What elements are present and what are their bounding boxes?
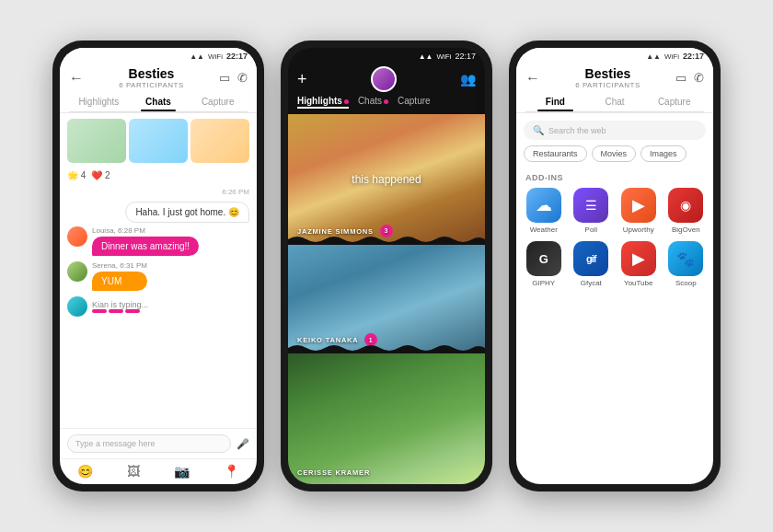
phone2-time: 22:17 [455,52,476,61]
youtube-icon: ▶ [621,241,656,276]
phone3-subtitle: 6 PARTICIPANTS [540,81,675,89]
phone1-tabs: Highlights Chats Capture [69,91,248,112]
heart-reaction: ❤️ 2 [91,170,110,180]
gfycat-icon: gif [573,241,608,276]
phone-highlights: ▲▲ WiFi 22:17 + 👥 Highlights Chats [281,40,492,492]
phone1-title: Besties [84,66,219,81]
tab-capture[interactable]: Capture [188,91,248,111]
phone2-status-bar: ▲▲ WiFi 22:17 [288,48,485,63]
tab-chat-p3[interactable]: Chat [585,91,645,111]
phone1-time: 22:17 [226,52,248,61]
tab-capture-p2[interactable]: Capture [398,96,431,109]
wifi-icon: WiFi [208,52,223,61]
highlight-caption-1: this happened [352,173,421,186]
giphy-label: GIPHY [532,279,555,287]
phone3-tabs: Find Chat Capture [525,91,704,112]
highlights-dot [344,99,349,104]
phone2-avatar [371,66,397,92]
typing-dot-3 [125,309,140,313]
poll-icon: ☰ [573,188,608,223]
search-placeholder: Search the web [548,126,606,135]
addin-bigoven[interactable]: ◉ BigOven [666,188,707,234]
pill-movies[interactable]: Movies [592,145,637,162]
pill-images[interactable]: Images [640,145,686,162]
phone3-title-area: Besties 6 PARTICIPANTS [540,66,675,89]
upworthy-label: Upworthy [623,226,654,234]
p3-video-icon[interactable]: ▭ [675,71,686,85]
bigoven-icon: ◉ [668,188,703,223]
phone1-back-button[interactable]: ← [69,70,84,87]
scoop-label: Scoop [675,279,697,287]
bigoven-label: BigOven [672,226,700,234]
weather-icon: ☁ [526,188,561,223]
avatar-kian [67,296,87,317]
phone2-group-icon[interactable]: 👥 [460,72,476,87]
phone3-top-row: ← Besties 6 PARTICIPANTS ▭ ✆ [525,66,704,91]
louisa-msg-content: Louisa, 6:28 PM Dinner was amazing!! [92,226,199,256]
highlight-keiko: KEIKO TANAKA 1 [288,245,485,353]
pill-row: Restaurants Movies Images [516,145,713,169]
message-timestamp-1: 6:26 PM [67,188,249,196]
sticker-icon[interactable]: 🖼 [127,464,140,479]
addin-gfycat[interactable]: gif Gfycat [571,241,612,287]
pill-restaurants[interactable]: Restaurants [524,145,587,162]
chat-image-3 [190,119,249,163]
p2-signal-icon: ▲▲ [419,52,433,61]
addins-grid: ☁ Weather ☰ Poll ▶ Upworthy ◉ BigOven G [516,188,713,295]
p2-wifi-icon: WiFi [436,52,451,61]
phone1-header: ← Besties 6 PARTICIPANTS ▭ ✆ Highlights [60,63,257,113]
chat-input-area: Type a message here 🎤 [60,428,257,458]
emoji-icon[interactable]: 😊 [77,464,93,479]
microphone-icon[interactable]: 🎤 [237,438,249,450]
location-icon[interactable]: 📍 [224,464,239,479]
chat-image-2 [129,119,188,163]
phone2-header: + 👥 [288,63,485,96]
addin-youtube[interactable]: ▶ YouTube [618,241,659,287]
p3-signal-icon: ▲▲ [646,52,661,61]
phone3-back-button[interactable]: ← [525,70,540,87]
phone2-add-button[interactable]: + [297,70,307,89]
p3-call-icon[interactable]: ✆ [694,71,704,85]
tab-chats-p2[interactable]: Chats [358,96,388,109]
highlight-jazmine: this happened JAZMINE SIMMONS 3 [288,114,485,245]
addin-upworthy[interactable]: ▶ Upworthy [618,188,659,234]
phone1-top-row: ← Besties 6 PARTICIPANTS ▭ ✆ [69,66,248,91]
phone2-tabs: Highlights Chats Capture [288,96,485,114]
tab-highlights-p2[interactable]: Highlights [297,96,349,109]
phone3-header: ← Besties 6 PARTICIPANTS ▭ ✆ Find [516,63,713,113]
phone3-header-icons: ▭ ✆ [675,71,704,85]
highlight-user-3: CERISSE KRAMER [297,468,370,477]
phone-find: ▲▲ WiFi 22:17 ← Besties 6 PARTICIPANTS ▭… [509,40,721,492]
serena-label: Serena, 6:31 PM [92,261,147,270]
phone3-status-bar: ▲▲ WiFi 22:17 [516,48,713,63]
phone2-wrapper: ▲▲ WiFi 22:17 + 👥 Highlights Chats [288,48,485,484]
highlight-cerisse: CERISSE KRAMER [288,353,485,484]
phone3-screen: ▲▲ WiFi 22:17 ← Besties 6 PARTICIPANTS ▭… [516,48,713,484]
phone1-title-area: Besties 6 PARTICIPANTS [84,66,219,89]
addin-poll[interactable]: ☰ Poll [571,188,612,234]
chat-input[interactable]: Type a message here [67,434,231,453]
phone1-screen: ▲▲ WiFi 22:17 ← Besties 6 PARTICIPANTS ▭… [60,48,257,484]
photo-icon[interactable]: 📷 [174,464,190,479]
tab-highlights[interactable]: Highlights [69,91,129,111]
tab-chats[interactable]: Chats [129,91,189,111]
phone3-time: 22:17 [683,52,704,61]
tab-find[interactable]: Find [525,91,585,111]
wave-divider-1 [288,234,485,245]
phone1-subtitle: 6 PARTICIPANTS [84,81,219,89]
scoop-icon: 🐾 [668,241,703,276]
call-icon[interactable]: ✆ [237,71,248,85]
search-icon: 🔍 [533,125,544,135]
highlight-bg-3 [288,353,485,484]
addin-giphy[interactable]: G GIPHY [524,241,564,287]
message-louisa: Louisa, 6:28 PM Dinner was amazing!! [67,226,249,256]
tab-capture-p3[interactable]: Capture [644,91,704,111]
typing-label: Kian is typing... [92,300,148,309]
avatar-louisa [67,226,87,247]
addin-weather[interactable]: ☁ Weather [524,188,564,234]
addin-scoop[interactable]: 🐾 Scoop [666,241,707,287]
video-icon[interactable]: ▭ [219,71,230,85]
addins-section-label: ADD-INS [516,169,713,188]
bottom-toolbar: 😊 🖼 📷 📍 [60,458,257,484]
search-bar[interactable]: 🔍 Search the web [524,121,706,140]
